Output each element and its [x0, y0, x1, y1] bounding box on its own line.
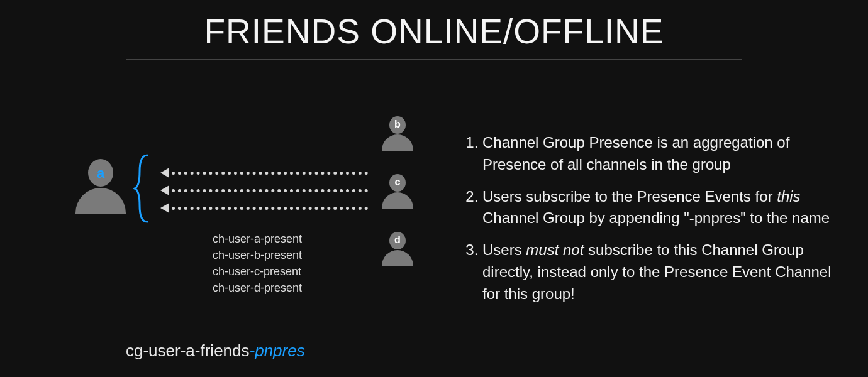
note-2-text: Users subscribe to the Presence Events f…	[482, 188, 777, 205]
arrow-left-icon	[160, 203, 169, 213]
user-d-icon: d	[380, 232, 415, 266]
dotted-line-icon	[172, 189, 368, 192]
note-2-em: this	[777, 188, 800, 205]
channel-item: ch-user-d-present	[213, 280, 302, 296]
person-icon	[75, 188, 126, 214]
dotted-line-icon	[172, 172, 368, 175]
diagram-area: a b c d	[50, 110, 421, 349]
cg-prefix: cg-user-a-friends	[126, 341, 250, 360]
arrow-left-icon	[160, 185, 169, 195]
user-c-label: c	[380, 177, 415, 188]
person-icon	[382, 192, 413, 209]
person-icon	[382, 250, 413, 266]
notes-list: Channel Group Presence is an aggregation…	[456, 132, 840, 315]
note-3-text: Users	[482, 241, 526, 258]
note-1: Channel Group Presence is an aggregation…	[482, 132, 840, 176]
note-2-text: Channel Group by appending "-pnpres" to …	[482, 209, 830, 226]
title-rule	[126, 59, 742, 60]
cg-suffix: -pnpres	[250, 341, 305, 360]
person-icon	[382, 134, 413, 151]
channel-item: ch-user-b-present	[213, 247, 302, 263]
channel-item: ch-user-a-present	[213, 231, 302, 247]
user-c-icon: c	[380, 174, 415, 209]
channel-group-label: cg-user-a-friends-pnpres	[126, 341, 305, 361]
dotted-line-icon	[172, 207, 368, 210]
channel-item: ch-user-c-present	[213, 263, 302, 280]
user-a-label: a	[69, 165, 132, 182]
user-a-icon: a	[69, 159, 132, 214]
note-3: Users must not subscribe to this Channel…	[482, 239, 840, 305]
arrows-group	[160, 167, 368, 213]
user-b-label: b	[380, 119, 415, 130]
arrow-left-icon	[160, 168, 169, 178]
curly-brace-icon	[133, 154, 152, 223]
slide: FRIENDS ONLINE/OFFLINE a b	[0, 0, 868, 377]
user-b-icon: b	[380, 116, 415, 151]
channel-list: ch-user-a-present ch-user-b-present ch-u…	[213, 231, 302, 296]
user-d-label: d	[380, 234, 415, 246]
note-3-em: must not	[526, 241, 584, 258]
note-2: Users subscribe to the Presence Events f…	[482, 186, 840, 230]
slide-title: FRIENDS ONLINE/OFFLINE	[0, 11, 868, 52]
